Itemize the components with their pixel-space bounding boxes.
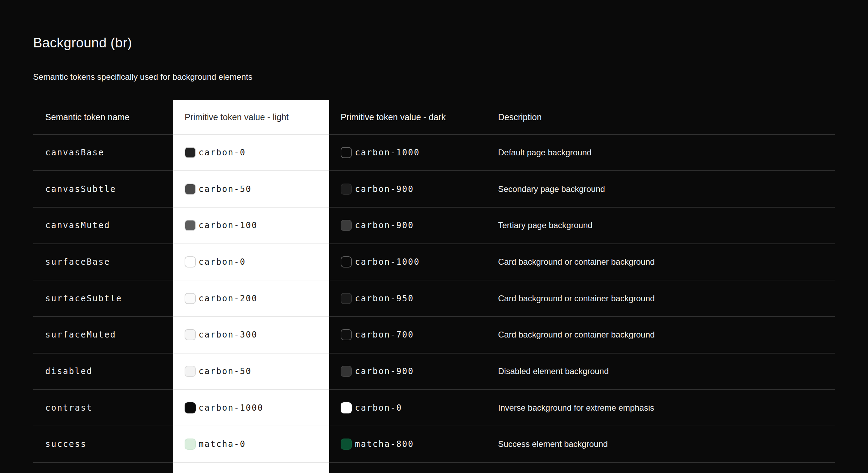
dark-token-value: carbon-900 bbox=[355, 184, 414, 194]
token-description: Success element background bbox=[498, 426, 835, 462]
dark-token-value: matcha-800 bbox=[355, 439, 414, 449]
token-name: surfaceMuted bbox=[33, 316, 173, 353]
dark-color-swatch bbox=[341, 329, 352, 340]
light-token-value: carbon-200 bbox=[199, 294, 258, 303]
table-row: canvasBase carbon-0 carbon-1000 Default … bbox=[33, 134, 835, 171]
light-token-value: carbon-50 bbox=[199, 184, 252, 194]
light-value-cell: carbon-200 bbox=[173, 280, 329, 316]
light-token-value: carbon-100 bbox=[199, 220, 258, 230]
token-name: surfaceBase bbox=[33, 243, 173, 280]
token-name: canvasBase bbox=[33, 134, 173, 171]
table-row: surfaceBase carbon-0 carbon-1000 Card ba… bbox=[33, 243, 835, 280]
dark-value-cell: carbon-700 bbox=[329, 316, 498, 353]
partial-cell-description bbox=[498, 462, 835, 473]
table-row: surfaceMuted carbon-300 carbon-700 Card … bbox=[33, 316, 835, 353]
table-row: canvasMuted carbon-100 carbon-900 Tertia… bbox=[33, 207, 835, 243]
dark-value-cell: carbon-900 bbox=[329, 353, 498, 389]
dark-color-swatch bbox=[341, 147, 352, 158]
page-subtitle: Semantic tokens specifically used for ba… bbox=[33, 72, 835, 82]
token-description: Inverse background for extreme emphasis bbox=[498, 389, 835, 426]
dark-token-value: carbon-700 bbox=[355, 330, 414, 340]
light-color-swatch bbox=[185, 293, 196, 304]
table-header-row: Semantic token name Primitive token valu… bbox=[33, 100, 835, 134]
light-color-swatch bbox=[185, 329, 196, 340]
dark-value-cell: matcha-800 bbox=[329, 426, 498, 462]
dark-value-cell: carbon-900 bbox=[329, 170, 498, 207]
token-description: Disabled element background bbox=[498, 353, 835, 389]
light-token-value: carbon-0 bbox=[199, 257, 246, 267]
dark-value-cell: carbon-1000 bbox=[329, 243, 498, 280]
light-value-cell: carbon-0 bbox=[173, 134, 329, 171]
table-row: disabled carbon-50 carbon-900 Disabled e… bbox=[33, 353, 835, 389]
light-value-cell: carbon-50 bbox=[173, 353, 329, 389]
light-color-swatch bbox=[185, 439, 196, 450]
table-row: success matcha-0 matcha-800 Success elem… bbox=[33, 426, 835, 462]
light-value-cell: carbon-1000 bbox=[173, 389, 329, 426]
token-name: success bbox=[33, 426, 173, 462]
dark-token-value: carbon-1000 bbox=[355, 148, 420, 157]
dark-value-cell: carbon-0 bbox=[329, 389, 498, 426]
light-color-swatch bbox=[185, 220, 196, 231]
table-row: contrast carbon-1000 carbon-0 Inverse ba… bbox=[33, 389, 835, 426]
column-header-light-value: Primitive token value - light bbox=[173, 100, 329, 134]
semantic-token-table: Semantic token name Primitive token valu… bbox=[33, 100, 835, 473]
light-color-swatch bbox=[185, 147, 196, 158]
dark-value-cell: carbon-950 bbox=[329, 280, 498, 316]
light-value-cell: matcha-0 bbox=[173, 426, 329, 462]
light-value-cell: carbon-50 bbox=[173, 170, 329, 207]
token-name: disabled bbox=[33, 353, 173, 389]
partial-cell-name bbox=[33, 462, 173, 473]
light-token-value: carbon-300 bbox=[199, 330, 258, 340]
token-description: Default page background bbox=[498, 134, 835, 171]
light-value-cell: carbon-100 bbox=[173, 207, 329, 243]
token-description: Secondary page background bbox=[498, 170, 835, 207]
table-row: canvasSubtle carbon-50 carbon-900 Second… bbox=[33, 170, 835, 207]
light-value-cell: carbon-0 bbox=[173, 243, 329, 280]
dark-color-swatch bbox=[341, 256, 352, 267]
light-token-value: matcha-0 bbox=[199, 439, 246, 449]
token-name: canvasMuted bbox=[33, 207, 173, 243]
dark-color-swatch bbox=[341, 184, 352, 195]
table-row-partial bbox=[33, 462, 835, 473]
table-row: surfaceSubtle carbon-200 carbon-950 Card… bbox=[33, 280, 835, 316]
dark-token-value: carbon-900 bbox=[355, 220, 414, 230]
dark-value-cell: carbon-900 bbox=[329, 207, 498, 243]
dark-token-value: carbon-900 bbox=[355, 366, 414, 376]
dark-value-cell: carbon-1000 bbox=[329, 134, 498, 171]
dark-color-swatch bbox=[341, 402, 352, 413]
token-name: contrast bbox=[33, 389, 173, 426]
token-description: Card background or container background bbox=[498, 243, 835, 280]
column-header-semantic-token-name: Semantic token name bbox=[33, 100, 173, 134]
light-color-swatch bbox=[185, 184, 196, 195]
dark-token-value: carbon-950 bbox=[355, 294, 414, 303]
light-color-swatch bbox=[185, 402, 196, 413]
light-color-swatch bbox=[185, 366, 196, 377]
column-header-description: Description bbox=[498, 100, 835, 134]
column-header-dark-value: Primitive token value - dark bbox=[329, 100, 498, 134]
token-name: surfaceSubtle bbox=[33, 280, 173, 316]
light-token-value: carbon-0 bbox=[199, 148, 246, 157]
light-token-value: carbon-50 bbox=[199, 366, 252, 376]
table-body: canvasBase carbon-0 carbon-1000 Default … bbox=[33, 134, 835, 462]
token-description: Tertiary page background bbox=[498, 207, 835, 243]
dark-color-swatch bbox=[341, 439, 352, 450]
partial-cell-light bbox=[173, 462, 329, 473]
partial-cell-dark bbox=[329, 462, 498, 473]
token-description: Card background or container background bbox=[498, 316, 835, 353]
token-description: Card background or container background bbox=[498, 280, 835, 316]
light-color-swatch bbox=[185, 256, 196, 267]
dark-token-value: carbon-0 bbox=[355, 403, 402, 413]
page-title: Background (br) bbox=[33, 35, 835, 51]
dark-color-swatch bbox=[341, 366, 352, 377]
token-name: canvasSubtle bbox=[33, 170, 173, 207]
light-value-cell: carbon-300 bbox=[173, 316, 329, 353]
dark-color-swatch bbox=[341, 220, 352, 231]
light-token-value: carbon-1000 bbox=[199, 403, 263, 413]
dark-token-value: carbon-1000 bbox=[355, 257, 420, 267]
dark-color-swatch bbox=[341, 293, 352, 304]
token-doc-page: Background (br) Semantic tokens specific… bbox=[0, 35, 868, 473]
